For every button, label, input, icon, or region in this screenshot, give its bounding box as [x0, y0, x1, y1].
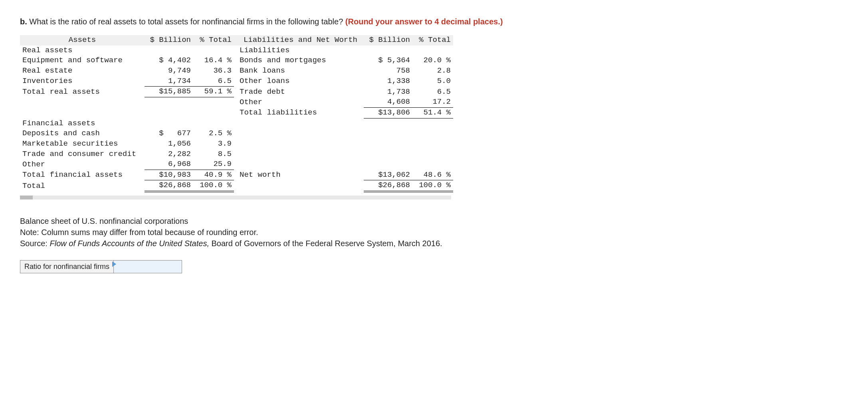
table-cell: $13,806: [364, 107, 412, 118]
table-cell: [20, 107, 145, 118]
footer-title: Balance sheet of U.S. nonfinancial corpo…: [20, 215, 848, 227]
answer-label: Ratio for nonfinancial firms: [20, 261, 114, 273]
horizontal-scrollbar[interactable]: [20, 196, 451, 199]
table-cell: Financial assets: [20, 118, 145, 129]
answer-area: Ratio for nonfinancial firms: [20, 260, 848, 273]
table-cell: 3.9: [193, 139, 234, 149]
answer-input-cell[interactable]: [114, 261, 182, 273]
table-cell: Bonds and mortgages: [234, 55, 364, 66]
table-cell: Other: [20, 159, 145, 170]
table-cell: 6.5: [412, 87, 453, 97]
table-cell: Real assets: [20, 45, 145, 56]
table-cell: [145, 97, 193, 107]
question-text: b. What is the ratio of real assets to t…: [20, 16, 848, 27]
table-cell: 1,056: [145, 139, 193, 149]
table-cell: 1,338: [364, 76, 412, 87]
table-cell: $ 677: [145, 128, 193, 139]
table-cell: Other: [234, 97, 364, 107]
table-cell: [364, 118, 412, 129]
table-cell: 4,608: [364, 97, 412, 107]
table-header-row: Assets $ Billion % Total Liabilities and…: [20, 35, 453, 45]
question-body: What is the ratio of real assets to tota…: [27, 17, 345, 26]
table-cell: [364, 149, 412, 160]
table-cell: 5.0: [412, 76, 453, 87]
table-row: Deposits and cash$ 6772.5 %: [20, 128, 453, 139]
table-cell: 51.4 %: [412, 107, 453, 118]
table-row: Inventories1,7346.5Other loans1,3385.0: [20, 76, 453, 87]
table-cell: Bank loans: [234, 66, 364, 76]
table-cell: [145, 118, 193, 129]
table-cell: [193, 97, 234, 107]
table-cell: [193, 107, 234, 118]
table-cell: [364, 159, 412, 170]
table-cell: 2.8: [412, 66, 453, 76]
table-cell: 6,968: [145, 159, 193, 170]
table-cell: $26,868: [145, 180, 193, 192]
table-cell: [234, 139, 364, 149]
table-cell: 9,749: [145, 66, 193, 76]
footer-source-italic: Flow of Funds Accounts of the United Sta…: [50, 239, 209, 248]
table-cell: 59.1 %: [193, 87, 234, 97]
table-cell: 2.5 %: [193, 128, 234, 139]
table-cell: [412, 128, 453, 139]
table-row: Total financial assets$10,98340.9 %Net w…: [20, 170, 453, 180]
table-cell: [234, 159, 364, 170]
table-cell: 20.0 %: [412, 55, 453, 66]
table-cell: 25.9: [193, 159, 234, 170]
table-cell: Net worth: [234, 170, 364, 180]
table-cell: $26,868: [364, 180, 412, 192]
table-cell: Real estate: [20, 66, 145, 76]
table-cell: Marketable securities: [20, 139, 145, 149]
footer-source: Source: Flow of Funds Accounts of the Un…: [20, 238, 848, 249]
table-cell: 100.0 %: [193, 180, 234, 192]
table-row: Real estate9,74936.3Bank loans7582.8: [20, 66, 453, 76]
table-cell: Inventories: [20, 76, 145, 87]
table-cell: $10,983: [145, 170, 193, 180]
table-row: Marketable securities1,0563.9: [20, 139, 453, 149]
table-cell: $13,062: [364, 170, 412, 180]
table-row: Equipment and software$ 4,40216.4 %Bonds…: [20, 55, 453, 66]
table-cell: [364, 45, 412, 56]
table-cell: [145, 45, 193, 56]
table-cell: Trade debt: [234, 87, 364, 97]
hdr-assets-billion: $ Billion: [145, 35, 193, 45]
hdr-assets: Assets: [20, 35, 145, 45]
table-row: Financial assets: [20, 118, 453, 129]
table-cell: Equipment and software: [20, 55, 145, 66]
balance-sheet-table: Assets $ Billion % Total Liabilities and…: [20, 35, 453, 192]
table-row: Other4,60817.2: [20, 97, 453, 107]
table-footer: Balance sheet of U.S. nonfinancial corpo…: [20, 215, 848, 249]
hdr-liab-billion: $ Billion: [364, 35, 412, 45]
table-cell: 8.5: [193, 149, 234, 160]
table-cell: [234, 118, 364, 129]
table-cell: [412, 45, 453, 56]
table-cell: 36.3: [193, 66, 234, 76]
table-cell: 1,734: [145, 76, 193, 87]
table-cell: [20, 97, 145, 107]
table-cell: 100.0 %: [412, 180, 453, 192]
table-cell: Total liabilities: [234, 107, 364, 118]
table-row: Total liabilities$13,80651.4 %: [20, 107, 453, 118]
table-cell: 2,282: [145, 149, 193, 160]
table-cell: Total real assets: [20, 87, 145, 97]
table-cell: $ 4,402: [145, 55, 193, 66]
table-row: Trade and consumer credit2,2828.5: [20, 149, 453, 160]
table-cell: 1,738: [364, 87, 412, 97]
table-cell: Total: [20, 180, 145, 192]
table-cell: [412, 118, 453, 129]
table-cell: $ 5,364: [364, 55, 412, 66]
table-cell: [412, 159, 453, 170]
table-cell: Trade and consumer credit: [20, 149, 145, 160]
table-cell: [193, 45, 234, 56]
table-cell: 758: [364, 66, 412, 76]
table-row: Total real assets$15,88559.1 %Trade debt…: [20, 87, 453, 97]
table-cell: Total financial assets: [20, 170, 145, 180]
dropdown-icon: [112, 261, 116, 267]
table-cell: 40.9 %: [193, 170, 234, 180]
question-label: b.: [20, 17, 27, 26]
table-cell: [364, 139, 412, 149]
hdr-liabilities: Liabilities and Net Worth: [234, 35, 364, 45]
ratio-input[interactable]: [118, 262, 179, 271]
table-cell: $15,885: [145, 87, 193, 97]
table-cell: Other loans: [234, 76, 364, 87]
